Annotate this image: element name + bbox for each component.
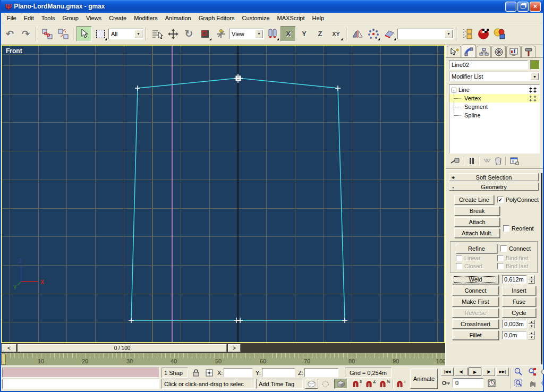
select-and-rotate-button[interactable]: ↻ (181, 26, 197, 41)
material-navigator-button[interactable] (491, 26, 507, 41)
select-and-move-button[interactable] (165, 26, 181, 41)
menu-animation[interactable]: Animation (162, 14, 195, 22)
absolute-offset-toggle[interactable] (203, 368, 215, 378)
spinner-down-icon[interactable]: ▼ (528, 335, 535, 339)
x-coordinate-field[interactable] (224, 368, 252, 377)
front-viewport[interactable]: Front (1, 45, 445, 343)
modifier-list-dropdown[interactable]: Modifier List ▾ (449, 72, 540, 81)
crossinsert-value[interactable]: 0,003m (502, 320, 526, 328)
pan-button[interactable] (526, 379, 539, 387)
next-frame-arrow[interactable]: > (228, 344, 241, 352)
add-time-tag[interactable]: Add Time Tag (256, 379, 303, 389)
spinner-arrows[interactable]: ▲▼ (528, 275, 535, 284)
weld-threshold-spinner[interactable]: 0,612m ▲▼ (502, 275, 535, 284)
mirror-button[interactable] (350, 26, 365, 41)
menu-help[interactable]: Help (309, 14, 328, 22)
previous-frame-arrow[interactable]: < (2, 344, 16, 352)
crossinsert-button[interactable]: CrossInsert (452, 319, 499, 329)
play-button[interactable]: ▶ (469, 368, 481, 376)
menu-maxscript[interactable]: MAXScript (274, 14, 309, 22)
next-frame-button[interactable]: |▶ (482, 368, 495, 376)
select-by-name-button[interactable] (149, 26, 165, 41)
restore-button[interactable] (517, 2, 529, 12)
region-zoom-button[interactable] (512, 379, 525, 387)
select-and-link-button[interactable] (39, 26, 55, 41)
tab-display[interactable] (506, 46, 521, 57)
arc-rotate-button[interactable] (540, 379, 544, 387)
tab-modify[interactable] (462, 45, 476, 57)
redo-button[interactable]: ↷ (18, 26, 33, 41)
select-and-manipulate-button[interactable] (213, 26, 228, 41)
tab-create[interactable] (447, 46, 461, 57)
break-button[interactable]: Break (454, 206, 500, 216)
menu-create[interactable]: Create (105, 14, 130, 22)
menu-tools[interactable]: Tools (38, 14, 59, 22)
macro-recorder-output[interactable] (2, 368, 159, 378)
object-color-swatch[interactable] (530, 60, 540, 70)
attach-mult-button[interactable]: Attach Mult. (454, 228, 500, 238)
z-coordinate-field[interactable] (304, 368, 338, 377)
polyconnect-checkbox[interactable]: ✓PolyConnect (497, 197, 539, 203)
reference-coordinate-dropdown[interactable]: View▾ (229, 29, 264, 39)
fillet-value[interactable]: 0,0m (502, 331, 526, 339)
close-button[interactable]: × (530, 2, 541, 12)
tab-utilities[interactable] (521, 46, 536, 57)
geometry-rollout-header[interactable]: - Geometry (449, 183, 539, 191)
reorient-checkbox[interactable]: Reorient (503, 225, 534, 232)
minimize-button[interactable]: _ (505, 2, 516, 12)
track-view-button[interactable] (460, 26, 475, 41)
make-unique-icon[interactable] (483, 157, 491, 165)
track-bar[interactable]: 10 20 30 40 50 60 70 80 90 100 (1, 353, 445, 365)
selected-vertex-marker[interactable] (234, 74, 243, 83)
go-to-end-button[interactable]: ▶▶| (496, 368, 509, 376)
tab-hierarchy[interactable] (477, 46, 491, 57)
spinner-down-icon[interactable]: ▼ (528, 324, 535, 328)
select-object-button[interactable] (76, 26, 92, 41)
spinner-arrows[interactable]: ▲▼ (528, 320, 535, 328)
spinner-arrows[interactable]: ▲▼ (528, 331, 535, 339)
fuse-button[interactable]: Fuse (502, 297, 536, 306)
menu-edit[interactable]: Edit (20, 14, 38, 22)
selection-filter-dropdown[interactable]: All▾ (108, 29, 143, 39)
select-and-scale-button[interactable] (197, 26, 212, 41)
remove-modifier-icon[interactable] (495, 157, 502, 165)
align-button[interactable] (381, 26, 397, 41)
percent-snap-button[interactable]: % (378, 379, 391, 389)
cycle-button[interactable]: Cycle (502, 308, 536, 318)
fillet-button[interactable]: Fillet (452, 330, 499, 340)
current-frame-field[interactable]: 0 (453, 378, 483, 388)
spinner-up-icon[interactable]: ▲ (528, 331, 535, 335)
spinner-down-icon[interactable]: ▼ (528, 279, 535, 284)
dotted-box-button[interactable] (319, 379, 333, 389)
array-button[interactable] (366, 26, 381, 41)
listener-input[interactable] (2, 379, 159, 389)
go-to-start-button[interactable]: |◀◀ (441, 368, 454, 376)
spinner-up-icon[interactable]: ▲ (528, 320, 535, 324)
time-configuration-button[interactable] (486, 378, 497, 388)
connect-checkbox[interactable]: Connect (500, 245, 531, 252)
weld-button[interactable]: Weld (452, 275, 499, 284)
menu-modifiers[interactable]: Modifiers (130, 14, 162, 22)
menu-file[interactable]: File (3, 14, 20, 22)
trackbar-handle[interactable] (1, 354, 6, 365)
connect-button[interactable]: Connect (452, 286, 499, 295)
zoom-all-button[interactable] (526, 368, 539, 376)
angle-snap-button[interactable]: ∠ (364, 379, 377, 389)
make-first-button[interactable]: Make First (452, 297, 499, 306)
pin-stack-icon[interactable] (450, 157, 461, 165)
shaded-box-button[interactable] (334, 379, 347, 389)
crossinsert-spinner[interactable]: 0,003m ▲▼ (502, 320, 535, 328)
selection-lock-toggle[interactable] (190, 368, 202, 378)
tab-motion[interactable] (491, 46, 506, 57)
snap-toggle-3d-button[interactable]: 3 (351, 379, 363, 389)
attach-button[interactable]: Attach (454, 217, 500, 227)
material-editor-button[interactable] (475, 26, 491, 41)
object-name-field[interactable]: Line02 (449, 60, 528, 70)
rectangular-selection-region-button[interactable] (92, 26, 108, 41)
degradation-override-button[interactable] (305, 379, 318, 389)
viewport-label[interactable]: Front (6, 47, 22, 55)
use-pivot-point-center-button[interactable] (265, 26, 280, 41)
refine-button[interactable]: Refine (456, 244, 497, 253)
named-selection-sets-dropdown[interactable]: ▾ (397, 29, 454, 39)
insert-button[interactable]: Insert (502, 286, 536, 295)
